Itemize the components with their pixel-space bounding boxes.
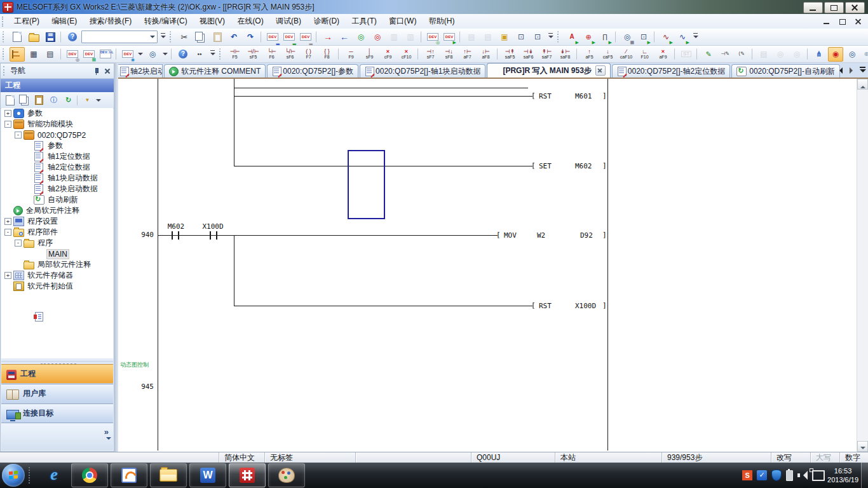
- pulse-not-close-button[interactable]: ⊣↡ saF6: [520, 47, 537, 62]
- monitor-condition-button[interactable]: ◉: [828, 47, 843, 62]
- tree-expander[interactable]: +: [4, 110, 11, 117]
- project-data-combobox[interactable]: [81, 30, 158, 43]
- open-project-button[interactable]: [26, 30, 41, 44]
- redo-button[interactable]: ↷: [243, 30, 258, 44]
- nav-connection-button[interactable]: 连接目标: [1, 403, 113, 423]
- 调试(B)[interactable]: 调试(B): [271, 15, 306, 27]
- help2-button[interactable]: [175, 47, 191, 62]
- toolbar-button[interactable]: [60, 48, 62, 60]
- waveform-button[interactable]: ∿ ▶: [675, 30, 690, 44]
- 帮助(H)[interactable]: 帮助(H): [424, 15, 460, 27]
- 工程(P)[interactable]: 工程(P): [9, 15, 44, 27]
- find-device-dropdown[interactable]: [161, 47, 168, 62]
- application-instruction-button[interactable]: { } F8: [318, 47, 336, 62]
- tree-expander[interactable]: -: [15, 132, 22, 139]
- toolbar-button[interactable]: [497, 48, 499, 60]
- pulse-open-branch-button[interactable]: ↑⊢ aF7: [459, 47, 476, 62]
- taskbar-viewer[interactable]: [111, 463, 147, 487]
- toolbar-button[interactable]: [674, 48, 676, 60]
- toolbar-button[interactable]: [219, 48, 224, 60]
- toolbar-button[interactable]: [421, 31, 423, 43]
- toolbar-button[interactable]: [338, 48, 340, 60]
- tree-item[interactable]: - 智能功能模块: [1, 119, 113, 130]
- open-branch-button[interactable]: └⊢ F6: [263, 47, 280, 62]
- toolbar-button[interactable]: [3, 31, 8, 43]
- paste-button[interactable]: [210, 30, 225, 44]
- toolbar-overflow[interactable]: [208, 47, 217, 62]
- tab-axis1-block[interactable]: 0020:QD75P2[]-轴1块启动数据: [360, 64, 485, 78]
- minimize-button[interactable]: [803, 2, 823, 13]
- tree-item[interactable]: - 程序部件: [1, 227, 113, 238]
- tree-expander[interactable]: -: [15, 240, 22, 247]
- monitor-write-mode-button[interactable]: ⊕ ▶: [581, 30, 596, 44]
- 诊断(D)[interactable]: 诊断(D): [308, 15, 344, 27]
- copy-button[interactable]: [193, 30, 208, 44]
- tree-item[interactable]: + 程序设置: [1, 216, 113, 227]
- vertical-line-button[interactable]: │ sF9: [361, 47, 378, 62]
- tray-security-shield[interactable]: [771, 470, 782, 481]
- device-hw-button[interactable]: ▂: [298, 30, 313, 44]
- save-project-button[interactable]: [43, 30, 58, 44]
- tab-axis2-block[interactable]: 轴2块启动数据: [118, 64, 163, 78]
- device-cclink-button[interactable]: [98, 47, 113, 62]
- open-contact-button[interactable]: ⊣⊢ F5: [226, 47, 243, 62]
- pulse-not-open-button[interactable]: ⊣↟ saF5: [501, 47, 519, 62]
- device-batch-monitor-button[interactable]: ◎: [425, 30, 440, 44]
- tray-volume[interactable]: [797, 471, 808, 480]
- window-button-2[interactable]: ▥: [403, 30, 418, 44]
- tray-messenger[interactable]: [757, 470, 767, 480]
- toolbar-button[interactable]: [807, 48, 809, 60]
- write-to-plc-button[interactable]: →: [320, 30, 336, 44]
- mdi-restore-button[interactable]: [836, 16, 850, 27]
- device-comment-list-button[interactable]: ◎: [65, 47, 80, 62]
- tab-main-program[interactable]: [PRG]R 写入 MAIN 953步: [487, 63, 610, 78]
- close-button[interactable]: [845, 2, 865, 13]
- show-desktop-button[interactable]: [861, 463, 868, 488]
- tree-item[interactable]: 参数: [1, 140, 113, 151]
- 搜索/替换(F)[interactable]: 搜索/替换(F): [85, 15, 137, 27]
- rising-pulse-button[interactable]: ↑ aF5: [581, 47, 598, 62]
- check-button[interactable]: ◎: [789, 47, 804, 62]
- pin-icon[interactable]: [92, 67, 100, 75]
- tray-s-app[interactable]: [742, 470, 752, 480]
- pulse-close-branch-button[interactable]: ↓⊢ aF8: [477, 47, 494, 62]
- sampling-trace-button[interactable]: ∿ ▶: [658, 30, 674, 44]
- tree-item[interactable]: 自动刷新: [1, 194, 113, 205]
- pulse-close-contact-button[interactable]: ⊣↓ sF8: [440, 47, 458, 62]
- toolbar-button[interactable]: [170, 31, 175, 43]
- pulse-not-open-branch-button[interactable]: ↟⊢ saF7: [538, 47, 555, 62]
- nav-data-info-button[interactable]: ⓘ: [46, 93, 61, 107]
- close-contact-button[interactable]: ⊣/⊢ sF5: [245, 47, 262, 62]
- line-delete-button[interactable]: × aF9: [654, 47, 672, 62]
- tree-expander[interactable]: +: [4, 218, 11, 225]
- find-contact-coil-button[interactable]: ◎: [844, 47, 860, 62]
- toolbar-button[interactable]: [615, 31, 617, 43]
- nav-user-library-button[interactable]: 用户库: [1, 384, 113, 403]
- window-button-3[interactable]: ▤: [464, 30, 479, 44]
- toolbar-button[interactable]: [576, 48, 578, 60]
- toolbar-button[interactable]: [557, 31, 562, 43]
- pulse-open-contact-button[interactable]: ⊣↑ sF7: [422, 47, 439, 62]
- delete-vertical-line-button[interactable]: × cF10: [398, 47, 415, 62]
- nav-sort-button[interactable]: ▼: [80, 93, 95, 107]
- ladder-cursor[interactable]: [348, 150, 385, 219]
- window-button-1[interactable]: ▥: [386, 30, 402, 44]
- device-display-dropdown[interactable]: [137, 47, 144, 62]
- monitor-stop-button[interactable]: ◎: [370, 30, 385, 44]
- start-watch-button[interactable]: ⊡ ▶: [636, 30, 651, 44]
- tree-expander[interactable]: +: [4, 272, 11, 279]
- inline-st-button[interactable]: ST: [679, 47, 694, 62]
- toolbar-button[interactable]: [417, 48, 419, 60]
- tree-item[interactable]: 轴1定位数据: [1, 151, 113, 162]
- tree-item[interactable]: - 程序: [1, 238, 113, 248]
- toolbar-button[interactable]: [654, 31, 656, 43]
- find-device-button[interactable]: ◎: [145, 47, 160, 62]
- tab-qd75p2-param[interactable]: 0020:QD75P2[]-参数: [267, 64, 358, 78]
- close-branch-button[interactable]: └/⊢ sF6: [281, 47, 299, 62]
- tree-item[interactable]: 轴1块启动数据: [1, 173, 113, 184]
- coil-button[interactable]: ( ) F7: [300, 47, 317, 62]
- taskbar-explorer[interactable]: [150, 463, 187, 487]
- edit-ladder-button[interactable]: ✎: [701, 47, 716, 62]
- taskbar-gxworks[interactable]: [229, 463, 266, 487]
- taskbar-wps[interactable]: [189, 463, 226, 487]
